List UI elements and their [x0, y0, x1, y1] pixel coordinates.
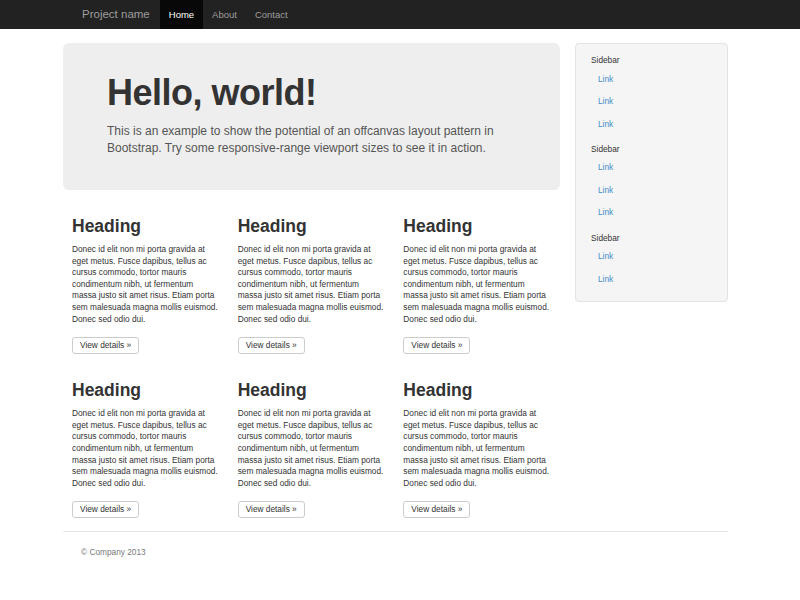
- footer: © Company 2013: [63, 531, 728, 559]
- main-column: Hello, world! This is an example to show…: [63, 29, 560, 518]
- card-heading: Heading: [238, 380, 386, 400]
- card: HeadingDonec id elit non mi porta gravid…: [394, 380, 560, 518]
- card: HeadingDonec id elit non mi porta gravid…: [63, 216, 229, 354]
- card-heading: Heading: [238, 216, 386, 236]
- card-body-text: Donec id elit non mi porta gravida at eg…: [72, 244, 220, 325]
- card-row: HeadingDonec id elit non mi porta gravid…: [63, 216, 560, 354]
- sidebar-header: Sidebar: [576, 142, 727, 157]
- view-details-button[interactable]: View details »: [72, 501, 139, 518]
- nav-item-contact[interactable]: Contact: [246, 0, 297, 29]
- nav-item-label: About: [203, 0, 246, 29]
- sidebar-link[interactable]: Link: [576, 157, 727, 180]
- view-details-button[interactable]: View details »: [403, 501, 470, 518]
- view-details-button[interactable]: View details »: [238, 501, 305, 518]
- sidebar-header: Sidebar: [576, 53, 727, 68]
- card-heading: Heading: [72, 380, 220, 400]
- card-body-text: Donec id elit non mi porta gravida at eg…: [238, 408, 386, 489]
- sidebar-link[interactable]: Link: [576, 179, 727, 202]
- card-body-text: Donec id elit non mi porta gravida at eg…: [72, 408, 220, 489]
- nav-item-about[interactable]: About: [203, 0, 246, 29]
- sidebar-link[interactable]: Link: [576, 202, 727, 225]
- navbar-inner: Project name HomeAboutContact: [64, 0, 736, 29]
- card-body-text: Donec id elit non mi porta gravida at eg…: [238, 244, 386, 325]
- main-row: Hello, world! This is an example to show…: [63, 29, 728, 518]
- nav-item-label: Contact: [246, 0, 297, 29]
- card: HeadingDonec id elit non mi porta gravid…: [394, 216, 560, 354]
- sidebar-link[interactable]: Link: [576, 268, 727, 291]
- jumbotron-description: This is an example to show the potential…: [107, 123, 501, 157]
- jumbotron-title: Hello, world!: [107, 73, 516, 113]
- sidebar-link[interactable]: Link: [576, 246, 727, 269]
- card-row: HeadingDonec id elit non mi porta gravid…: [63, 380, 560, 518]
- view-details-button[interactable]: View details »: [238, 337, 305, 354]
- navbar: Project name HomeAboutContact: [0, 0, 800, 29]
- navbar-brand[interactable]: Project name: [64, 0, 150, 29]
- page-container: Hello, world! This is an example to show…: [63, 29, 728, 559]
- card-heading: Heading: [403, 216, 551, 236]
- nav-item-home[interactable]: Home: [160, 0, 203, 29]
- card: HeadingDonec id elit non mi porta gravid…: [229, 216, 395, 354]
- card-heading: Heading: [403, 380, 551, 400]
- sidebar-link[interactable]: Link: [576, 68, 727, 91]
- jumbotron: Hello, world! This is an example to show…: [63, 43, 560, 190]
- navbar-menu: HomeAboutContact: [160, 0, 297, 29]
- card: HeadingDonec id elit non mi porta gravid…: [229, 380, 395, 518]
- sidebar-header: Sidebar: [576, 231, 727, 246]
- card-body-text: Donec id elit non mi porta gravida at eg…: [403, 408, 551, 489]
- sidebar-link[interactable]: Link: [576, 113, 727, 136]
- nav-item-label: Home: [160, 0, 203, 29]
- copyright-text: © Company 2013: [81, 547, 146, 557]
- sidebar-link[interactable]: Link: [576, 91, 727, 114]
- card: HeadingDonec id elit non mi porta gravid…: [63, 380, 229, 518]
- sidebar: SidebarLinkLinkLinkSidebarLinkLinkLinkSi…: [575, 43, 728, 302]
- cards-area: HeadingDonec id elit non mi porta gravid…: [63, 216, 560, 518]
- card-body-text: Donec id elit non mi porta gravida at eg…: [403, 244, 551, 325]
- view-details-button[interactable]: View details »: [403, 337, 470, 354]
- card-heading: Heading: [72, 216, 220, 236]
- sidebar-column: SidebarLinkLinkLinkSidebarLinkLinkLinkSi…: [575, 29, 728, 302]
- view-details-button[interactable]: View details »: [72, 337, 139, 354]
